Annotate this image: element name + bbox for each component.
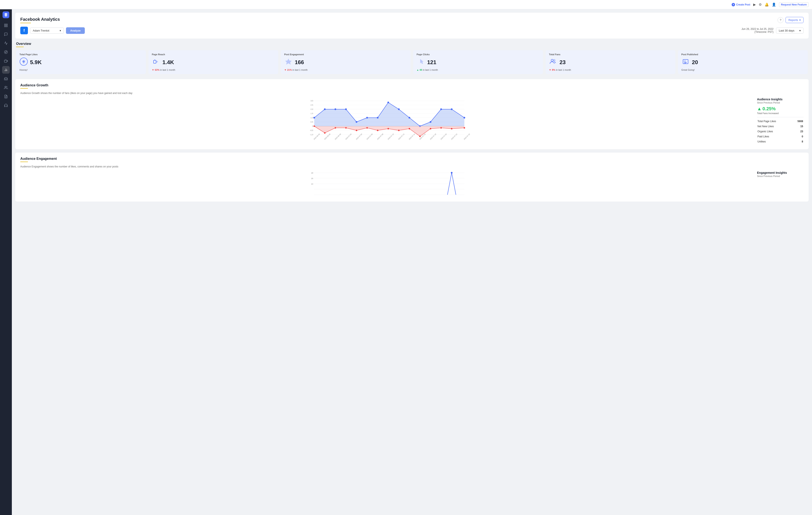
svg-point-64 xyxy=(335,127,336,129)
svg-point-55 xyxy=(409,117,410,118)
svg-text:2022-07-14: 2022-07-14 xyxy=(408,133,415,140)
period-dropdown[interactable]: Last 30 days ▾ xyxy=(776,28,804,34)
metric-total-fans: Total Fans 23 ▼ 8% in last 1 month xyxy=(546,50,675,74)
insights-stats-table: Total Page Likes 5908 Net New Likes 15 O… xyxy=(757,118,804,144)
table-row: Net New Likes 15 xyxy=(757,124,803,129)
metric-label: Post Published xyxy=(681,53,804,56)
stat-value: 23 xyxy=(792,129,803,134)
metric-value-row: 121 xyxy=(416,57,540,67)
date-range: Jun 26, 2022 to Jul 25, 2022 xyxy=(742,28,774,30)
user-icon[interactable]: 👤 xyxy=(772,3,776,6)
svg-rect-16 xyxy=(153,60,156,63)
growth-pct: 0.25% xyxy=(762,106,776,112)
svg-point-69 xyxy=(387,128,389,130)
svg-text:1.0: 1.0 xyxy=(311,117,313,119)
svg-text:16: 16 xyxy=(311,178,313,180)
metric-value: 23 xyxy=(559,59,566,65)
sidebar-item-dashboard[interactable] xyxy=(2,22,10,29)
svg-point-63 xyxy=(324,132,326,134)
metric-sub: ▲ 48 in last 1 month xyxy=(416,69,540,71)
sidebar-item-team[interactable] xyxy=(2,84,10,91)
create-post-button[interactable]: + Create Post xyxy=(732,3,750,6)
svg-point-53 xyxy=(387,102,389,103)
stat-label: Organic Likes xyxy=(757,129,792,134)
svg-text:0.5: 0.5 xyxy=(311,121,313,123)
sidebar-item-campaigns[interactable] xyxy=(2,57,10,65)
svg-point-67 xyxy=(367,127,368,129)
date-range-controls: Jun 26, 2022 to Jul 25, 2022 (Timezone: … xyxy=(742,28,804,34)
sidebar-item-analytics[interactable] xyxy=(2,39,10,47)
metric-post-published: Post Published 20 Great Going! xyxy=(678,50,808,74)
request-feature-label: Request New Feature xyxy=(781,3,807,6)
sidebar-item-inbox[interactable] xyxy=(2,75,10,83)
metric-value-row: 5.9K xyxy=(20,57,143,67)
overview-section: Overview Total Page Likes 5.9K Hooray! xyxy=(15,42,809,74)
metric-post-engagement: Post Engagement 166 ▼ 21% in last 1 mont… xyxy=(281,50,411,74)
svg-point-50 xyxy=(356,121,357,123)
metric-value-row: 20 xyxy=(681,57,804,67)
metric-icon-reach xyxy=(152,57,160,67)
metric-value: 1.4K xyxy=(163,59,174,65)
stat-value: 8 xyxy=(792,139,803,144)
gear-icon[interactable]: ⚙ xyxy=(759,3,762,6)
table-row: Total Page Likes 5908 xyxy=(757,119,803,124)
svg-text:2022-06-26: 2022-06-26 xyxy=(313,133,320,140)
request-feature-button[interactable]: Request New Feature xyxy=(779,2,809,7)
svg-rect-22 xyxy=(684,60,686,62)
svg-point-72 xyxy=(419,136,421,137)
svg-text:2022-07-02: 2022-07-02 xyxy=(345,133,352,140)
svg-point-54 xyxy=(398,108,400,110)
svg-point-70 xyxy=(398,130,400,131)
engagement-insights-title: Engagement Insights xyxy=(757,171,804,174)
svg-rect-2 xyxy=(4,26,5,27)
facebook-icon: f xyxy=(20,27,28,34)
svg-point-74 xyxy=(440,127,442,129)
analyze-button[interactable]: Analyze xyxy=(66,27,85,34)
logo[interactable] xyxy=(3,11,9,18)
main-content: Facebook Analytics ? Reports ▾ f xyxy=(12,9,812,515)
svg-point-66 xyxy=(356,130,357,131)
sidebar-item-support[interactable] xyxy=(2,102,10,109)
svg-text:3.0: 3.0 xyxy=(311,100,313,102)
bell-icon[interactable]: 🔔 xyxy=(765,3,769,6)
metric-value: 166 xyxy=(295,59,304,65)
account-dropdown[interactable]: Adam Trentot ▾ xyxy=(30,28,64,34)
metric-label: Total Fans xyxy=(549,53,672,56)
svg-text:2022-06-28: 2022-06-28 xyxy=(324,133,331,140)
svg-point-100 xyxy=(451,172,453,173)
sidebar-item-content[interactable] xyxy=(2,93,10,100)
play-icon[interactable]: ▶ xyxy=(753,3,756,6)
audience-engagement-desc: Audience Engagement shows the number of … xyxy=(20,165,804,168)
audience-engagement-section: Audience Engagement Audience Engagement … xyxy=(15,153,809,201)
help-button[interactable]: ? xyxy=(778,17,783,23)
metric-sub: ▼ 8% in last 1 month xyxy=(549,69,672,71)
chart-row: 3.0 2.5 2.0 1.5 1.0 0.5 0 -0.5 -1.0 xyxy=(20,98,804,145)
sidebar-item-reports[interactable] xyxy=(2,66,10,74)
chevron-down-icon: ▾ xyxy=(799,19,801,22)
svg-point-20 xyxy=(553,59,555,61)
metric-value: 121 xyxy=(427,59,436,65)
svg-text:14: 14 xyxy=(311,183,313,185)
reports-button[interactable]: Reports ▾ xyxy=(786,17,804,23)
sidebar-item-messages[interactable] xyxy=(2,30,10,38)
svg-point-60 xyxy=(464,117,465,118)
svg-point-48 xyxy=(335,108,336,110)
svg-point-58 xyxy=(440,108,442,110)
metrics-grid: Total Page Likes 5.9K Hooray! Page Reach xyxy=(16,50,808,74)
metric-page-clicks: Page Clicks 121 ▲ 48 in last 1 month xyxy=(413,50,543,74)
sidebar-item-discover[interactable] xyxy=(2,48,10,56)
engagement-chart-svg: 18 16 14 xyxy=(20,171,752,196)
svg-rect-0 xyxy=(4,24,5,25)
account-name: Adam Trentot xyxy=(33,29,49,32)
metric-page-reach: Page Reach 1.4K ▼ 63% in last 1 month xyxy=(148,50,278,74)
svg-text:2022-07-20: 2022-07-20 xyxy=(440,133,447,140)
metric-value: 20 xyxy=(692,59,698,65)
svg-marker-5 xyxy=(5,51,6,53)
metric-icon-published xyxy=(681,57,690,67)
svg-point-68 xyxy=(377,130,378,131)
table-row: Paid Likes 0 xyxy=(757,134,803,139)
svg-point-73 xyxy=(430,128,431,130)
svg-text:2022-07-08: 2022-07-08 xyxy=(377,133,384,140)
metric-sub: Hooray! xyxy=(20,69,143,71)
insights-title: Audience Insights xyxy=(757,98,804,101)
